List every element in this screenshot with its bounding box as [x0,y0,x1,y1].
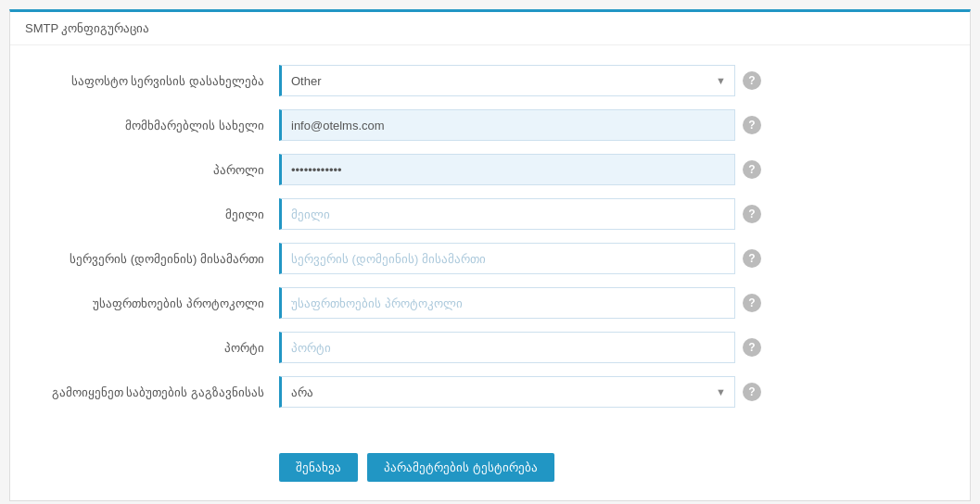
form-row-credentials: გამოიყენეთ საბუთების გაგზავნისას არა დია… [38,375,942,409]
save-button[interactable]: შენახვა [279,453,358,482]
service-select[interactable]: Other Gmail Yahoo Outlook [279,65,735,96]
help-icon-password[interactable]: ? [743,160,761,179]
form-row-protocol: უსაფრთხოების პროტოკოლი ? [38,286,942,320]
test-button[interactable]: პარამეტრების ტესტირება [367,453,554,482]
help-icon-protocol[interactable]: ? [743,294,761,312]
username-input[interactable] [279,109,735,141]
help-icon-username[interactable]: ? [743,116,761,134]
form-row-service: საფოსტო სერვისის დასახელება Other Gmail … [38,64,942,97]
help-icon-service[interactable]: ? [743,71,761,90]
email-input[interactable] [279,198,735,230]
label-port: პორტი [38,341,279,355]
control-service: Other Gmail Yahoo Outlook ▼ ? [279,65,761,96]
control-port: ? [279,332,761,363]
control-email: ? [279,198,761,230]
server-input[interactable] [279,243,735,274]
help-icon-port[interactable]: ? [743,338,761,357]
control-credentials: არა დიახ ▼ ? [279,376,761,408]
label-password: პაროლი [38,163,279,177]
help-icon-server[interactable]: ? [743,249,761,268]
password-input[interactable] [279,154,735,185]
control-server: ? [279,243,761,274]
credentials-select[interactable]: არა დიახ [279,376,735,408]
form-row-email: მეილი ? [38,197,942,231]
buttons-row: შენახვა პარამეტრების ტესტირება [10,438,970,500]
control-username: ? [279,109,761,141]
form-row-server: სერვერის (დომეინის) მისამართი ? [38,242,942,275]
form-row-password: პაროლი ? [38,153,942,186]
page-title: SMTP კონფიგურაცია [10,12,970,45]
form-row-username: მომხმარებლის სახელი ? [38,108,942,142]
help-icon-email[interactable]: ? [743,205,761,223]
select-wrapper-service: Other Gmail Yahoo Outlook ▼ [279,65,735,96]
control-password: ? [279,154,761,185]
label-service: საფოსტო სერვისის დასახელება [38,74,279,88]
label-email: მეილი [38,208,279,221]
form-row-port: პორტი ? [38,331,942,364]
select-wrapper-credentials: არა დიახ ▼ [279,376,735,408]
port-input[interactable] [279,332,735,363]
smtp-form: საფოსტო სერვისის დასახელება Other Gmail … [10,45,970,438]
label-protocol: უსაფრთხოების პროტოკოლი [38,296,279,310]
protocol-input[interactable] [279,287,735,319]
label-credentials: გამოიყენეთ საბუთების გაგზავნისას [38,385,279,399]
control-protocol: ? [279,287,761,319]
label-server: სერვერის (დომეინის) მისამართი [38,252,279,266]
help-icon-credentials[interactable]: ? [743,383,761,401]
label-username: მომხმარებლის სახელი [38,119,279,132]
smtp-config-panel: SMTP კონფიგურაცია საფოსტო სერვისის დასახ… [9,9,971,501]
